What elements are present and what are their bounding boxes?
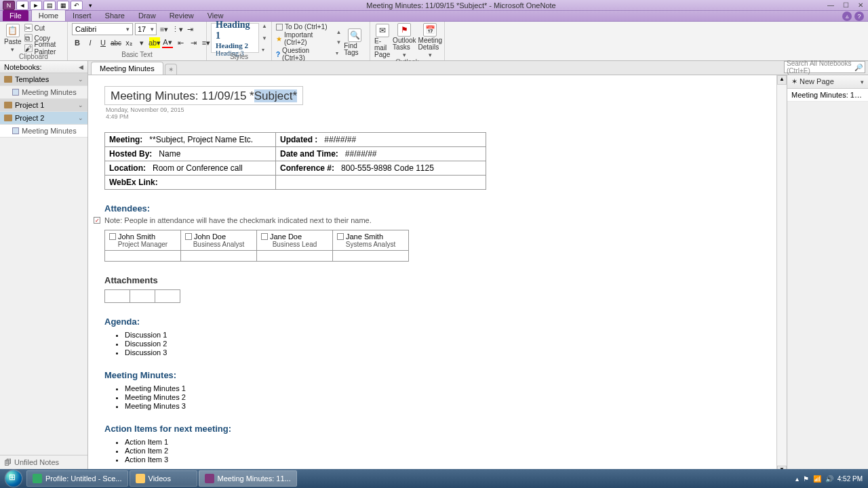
undo-button[interactable]: ↶ [71,1,83,10]
notebook-templates[interactable]: Templates⌄ [0,73,87,86]
meeting-details-button[interactable]: 📅Meeting Details▾ [418,23,441,58]
tag-up-icon[interactable]: ▲ [336,29,341,35]
taskbar-app-onenote[interactable]: Meeting Minutes: 11... [199,470,297,487]
vertical-scrollbar[interactable]: ▲ ▼ [777,75,787,475]
qat-customize[interactable]: ▾ [84,1,96,10]
style-heading1[interactable]: Heading 1 [216,20,254,41]
cut-button[interactable]: ✂Cut [24,23,63,33]
add-section-button[interactable]: ✶ [165,64,177,75]
font-select[interactable]: Calibri▾ [72,23,133,35]
list-item[interactable]: Discussion 2 [125,340,760,348]
outlook-tasks-button[interactable]: ⚑Outlook Tasks▾ [393,23,416,58]
checkbox-icon[interactable] [109,233,116,240]
subscript-button[interactable]: x₂ [123,37,134,48]
list-item[interactable]: Discussion 3 [125,348,760,357]
tag-important[interactable]: ★Important (Ctrl+2) [276,31,333,46]
note-canvas[interactable]: Meeting Minutes: 11/09/15 *Subject* Mond… [88,75,777,475]
attendee-2[interactable]: John Doe [185,232,252,241]
notebook-project1[interactable]: Project 1⌄ [0,99,87,112]
tray-flag-icon[interactable]: ⚑ [803,475,809,483]
conference-value[interactable]: 800-555-9898 Code 1125 [341,163,434,173]
taskbar-app-scene[interactable]: Profile: Untitled - Sce... [26,470,128,487]
tab-share[interactable]: Share [98,10,132,21]
attendee-3[interactable]: Jane Doe [261,232,328,241]
list-item[interactable]: Meeting Minutes 1 [125,384,760,392]
tab-insert[interactable]: Insert [66,10,98,21]
tray-volume-icon[interactable]: 🔊 [825,475,833,483]
checkbox-icon[interactable] [337,233,344,240]
unfiled-notes[interactable]: 🗐Unfiled Notes [0,455,87,469]
tab-draw[interactable]: Draw [132,10,163,21]
tag-more-icon[interactable]: ▾ [336,50,341,56]
attendee-1[interactable]: John Smith [109,232,176,241]
section-templates-meeting[interactable]: Meeting Minutes [0,86,87,99]
tag-down-icon[interactable]: ▼ [336,39,341,45]
notebooks-header[interactable]: Notebooks:◀ [0,61,87,73]
find-tags-button[interactable]: 🔍 Find Tags [344,28,366,56]
tray-clock[interactable]: 4:52 PM [837,475,863,483]
font-size-select[interactable]: 17▾ [135,23,157,35]
search-input[interactable]: Search All Notebooks (Ctrl+E)🔎 [784,61,865,73]
back-button[interactable]: ◄ [16,1,28,10]
close-button[interactable]: ✕ [856,1,865,9]
outdent-button[interactable]: ⇤ [175,37,186,48]
style-heading2[interactable]: Heading 2 [216,41,254,49]
chevron-down-icon[interactable]: ▾ [861,79,864,85]
bullets-icon[interactable]: ≡▾ [159,24,170,35]
qat-btn-1[interactable]: ▤ [43,1,56,10]
indent2-button[interactable]: ⇥ [188,37,199,48]
attach-cell-1[interactable] [104,289,130,303]
checkbox-checked-icon[interactable]: ✓ [94,217,100,224]
taskbar-app-videos[interactable]: Videos [130,470,197,487]
maximize-button[interactable]: ☐ [841,1,850,9]
actions-list[interactable]: Action Item 1 Action Item 2 Action Item … [125,438,760,464]
font-color-button[interactable]: A▾ [162,37,173,48]
qat-btn-2[interactable]: ▦ [57,1,69,10]
styles-gallery[interactable]: Heading 1 Heading 2 Heading 3 [211,23,259,53]
scroll-up-icon[interactable]: ▲ [777,75,787,85]
style-up-icon[interactable]: ▲ [262,23,267,29]
attendees-table[interactable]: John SmithProject Manager John DoeBusine… [104,230,409,262]
format-painter-button[interactable]: 🖌Format Painter [24,43,63,53]
collapse-icon[interactable]: ◀ [79,64,83,70]
underline-button[interactable]: U [98,37,108,48]
updated-value[interactable]: ##/##/## [324,135,356,144]
datetime-value[interactable]: ##/##/## [345,149,377,159]
list-item[interactable]: Discussion 1 [125,331,760,339]
new-page-button[interactable]: ✶New Page▾ [787,75,868,89]
tray-network-icon[interactable]: 📶 [813,475,821,483]
start-button[interactable] [1,469,26,488]
strike-button[interactable]: abc [111,37,121,48]
section-project2-meeting[interactable]: Meeting Minutes [0,125,87,138]
list-item[interactable]: Meeting Minutes 2 [125,393,760,401]
ribbon-minimize-icon[interactable]: ▵ [842,12,852,21]
list-item[interactable]: Action Item 2 [125,447,760,455]
tray-expand-icon[interactable]: ▴ [795,475,799,483]
tag-question[interactable]: ?Question (Ctrl+3) [276,47,333,62]
style-more-icon[interactable]: ▾ [262,47,267,53]
attach-cell-2[interactable] [130,289,155,303]
location-value[interactable]: Room or Conference call [153,163,243,173]
list-item[interactable]: Meeting Minutes 3 [125,402,760,410]
section-tab-meeting-minutes[interactable]: Meeting Minutes [91,62,163,75]
email-page-button[interactable]: ✉E-mail Page [374,24,390,58]
meeting-info-table[interactable]: Meeting: **Subject, Project Name Etc. Up… [104,132,486,190]
highlight-button[interactable]: ab▾ [149,37,160,48]
tag-todo[interactable]: To Do (Ctrl+1) [276,23,333,30]
bold-button[interactable]: B [72,37,83,48]
page-entry-meeting-minutes[interactable]: Meeting Minutes: 11/09/15 *Su [787,89,868,102]
attendee-4[interactable]: Jane Smith [337,232,404,241]
list-item[interactable]: Action Item 3 [125,455,760,464]
paste-button[interactable]: 📋 Paste ▾ [4,24,22,53]
page-title[interactable]: Meeting Minutes: 11/09/15 *Subject* [111,89,297,102]
page-title-container[interactable]: Meeting Minutes: 11/09/15 *Subject* [104,86,303,105]
numbering-icon[interactable]: ⋮▾ [172,24,182,35]
forward-button[interactable]: ► [30,1,42,10]
notebook-project2[interactable]: Project 2⌄ [0,112,87,125]
system-tray[interactable]: ▴ ⚑ 📶 🔊 4:52 PM [795,475,867,483]
hosted-value[interactable]: Name [159,149,180,159]
file-tab[interactable]: File [3,10,28,21]
agenda-list[interactable]: Discussion 1 Discussion 2 Discussion 3 [125,331,760,357]
italic-button[interactable]: I [85,37,96,48]
style-down-icon[interactable]: ▼ [262,35,267,41]
